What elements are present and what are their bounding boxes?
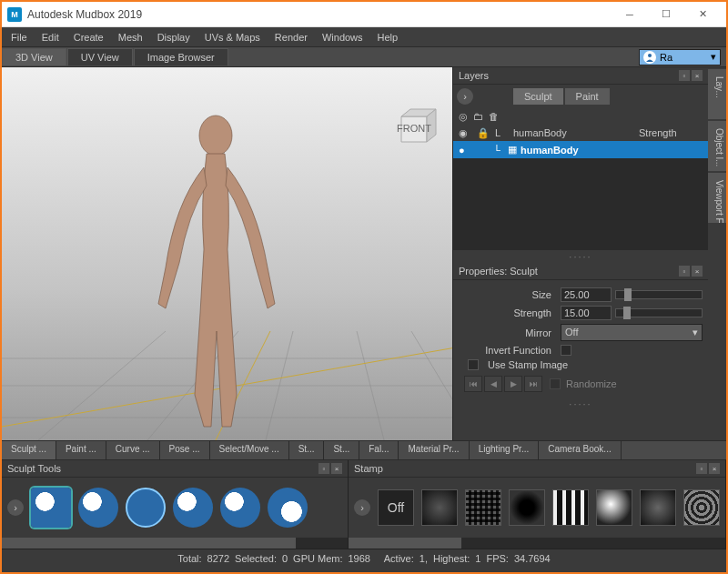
menu-display[interactable]: Display — [150, 30, 197, 45]
layers-expand-button[interactable]: › — [457, 88, 473, 105]
stamp-expand[interactable]: › — [354, 499, 370, 516]
tab-image-browser[interactable]: Image Browser — [134, 48, 228, 65]
prop-size-slider[interactable] — [615, 290, 703, 299]
human-body-mesh — [158, 116, 275, 427]
stamp-off[interactable]: Off — [378, 489, 414, 526]
maximize-button[interactable]: ☐ — [648, 2, 684, 27]
new-layer-icon[interactable]: ◎ — [459, 111, 468, 123]
stamp-texture-6[interactable] — [640, 489, 676, 526]
sculpt-tool-2[interactable] — [78, 488, 118, 528]
tooltab-curve[interactable]: Curve ... — [106, 441, 160, 459]
sculpt-tools-row: › — [2, 478, 348, 538]
app-logo: M — [7, 7, 22, 22]
stamp-texture-3[interactable] — [509, 489, 545, 526]
layer-name: humanBody — [521, 145, 579, 156]
panel-close-icon[interactable]: × — [331, 463, 342, 474]
stamp-texture-4[interactable] — [552, 489, 589, 526]
user-selector-label: Ra — [660, 52, 672, 63]
tooltab-sculpt[interactable]: Sculpt ... — [2, 441, 56, 459]
tab-3d-view[interactable]: 3D View — [2, 48, 66, 65]
layer-visibility-icon[interactable]: ● — [459, 145, 477, 156]
viewcube[interactable]: FRONT — [394, 104, 443, 153]
prop-mirror-dropdown[interactable]: Off ▾ — [561, 324, 703, 341]
side-dock-tabs: Lay... Object l... Viewport Fil... — [708, 69, 726, 225]
tooltab-stencil[interactable]: St... — [324, 441, 359, 459]
step-next-button[interactable]: ▶ — [504, 376, 522, 392]
prop-use-stamp-checkbox[interactable] — [468, 359, 479, 370]
menu-windows[interactable]: Windows — [315, 30, 370, 45]
stamp-texture-2[interactable] — [465, 489, 501, 526]
prop-size-label: Size — [459, 289, 557, 300]
status-selected-label: Selected: — [235, 553, 277, 564]
sculpt-tools-expand[interactable]: › — [7, 499, 24, 516]
menu-help[interactable]: Help — [370, 30, 406, 45]
panel-resize-handle[interactable]: ····· — [453, 398, 708, 410]
sculpt-tools-header: Sculpt Tools ▫× — [2, 460, 348, 478]
stamp-texture-7[interactable] — [683, 489, 720, 526]
sculpt-tool-4[interactable] — [173, 488, 213, 528]
status-highest-label: Highest: — [433, 553, 470, 564]
layers-panel-title: Layers — [459, 70, 489, 81]
panel-undock-icon[interactable]: ▫ — [679, 266, 690, 277]
tab-uv-view[interactable]: UV View — [67, 48, 133, 65]
tooltab-pose[interactable]: Pose ... — [160, 441, 210, 459]
prop-invert-checkbox[interactable] — [561, 345, 571, 356]
sculpt-tool-3[interactable] — [126, 488, 166, 528]
stamp-scrollbar[interactable] — [349, 538, 725, 549]
layer-row-humanbody[interactable]: ● └ ▦ humanBody — [453, 141, 708, 158]
panel-close-icon[interactable]: × — [709, 463, 720, 474]
side-tab-viewport-filters[interactable]: Viewport Fil... — [708, 173, 726, 223]
side-tab-object-list[interactable]: Object l... — [708, 121, 726, 171]
panel-close-icon[interactable]: × — [692, 266, 703, 277]
3d-viewport[interactable]: FRONT — [2, 67, 453, 440]
tooltab-falloff[interactable]: Fal... — [359, 441, 399, 459]
tooltab-paint[interactable]: Paint ... — [56, 441, 106, 459]
menu-mesh[interactable]: Mesh — [111, 30, 150, 45]
step-prev-button[interactable]: ◀ — [484, 376, 502, 392]
prop-size-input[interactable] — [561, 287, 612, 302]
delete-layer-icon[interactable]: 🗑 — [489, 111, 499, 123]
tooltab-select-move[interactable]: Select/Move ... — [210, 441, 289, 459]
user-selector[interactable]: Ra ▾ — [639, 49, 721, 65]
tooltab-material-presets[interactable]: Material Pr... — [399, 441, 469, 459]
layers-mode-paint[interactable]: Paint — [565, 88, 610, 105]
eye-icon: ◉ — [459, 127, 477, 139]
tooltab-lighting-presets[interactable]: Lighting Pr... — [470, 441, 540, 459]
sculpt-tools-scrollbar[interactable] — [2, 538, 348, 549]
close-button[interactable]: ✕ — [684, 2, 721, 27]
lock-icon: 🔒 — [477, 127, 495, 139]
menu-uvs-maps[interactable]: UVs & Maps — [197, 30, 268, 45]
panel-undock-icon[interactable]: ▫ — [318, 463, 329, 474]
side-tab-layers[interactable]: Lay... — [708, 69, 726, 119]
menu-create[interactable]: Create — [66, 30, 111, 45]
menu-edit[interactable]: Edit — [35, 30, 66, 45]
chevron-down-icon: ▾ — [693, 327, 698, 338]
panel-undock-icon[interactable]: ▫ — [679, 70, 690, 81]
stamp-texture-5[interactable] — [596, 489, 632, 526]
sculpt-tool-5[interactable] — [220, 488, 260, 528]
panel-resize-handle[interactable]: ····· — [453, 250, 708, 263]
step-first-button[interactable]: ⏮ — [464, 376, 482, 392]
menu-file[interactable]: File — [4, 30, 35, 45]
stamp-row: › Off — [349, 478, 725, 538]
minimize-button[interactable]: ─ — [612, 2, 648, 27]
tooltab-camera-bookmarks[interactable]: Camera Book... — [539, 441, 621, 459]
tool-category-tabs: Sculpt ... Paint ... Curve ... Pose ... … — [2, 440, 726, 460]
new-folder-icon[interactable]: 🗀 — [473, 111, 483, 123]
prop-randomize-checkbox[interactable] — [550, 378, 561, 389]
stamp-texture-1[interactable] — [421, 489, 458, 526]
sculpt-tool-6[interactable] — [268, 488, 308, 528]
chevron-right-icon: › — [14, 502, 17, 513]
stamp-panel-header: Stamp ▫× — [349, 460, 725, 478]
step-last-button[interactable]: ⏭ — [524, 376, 542, 392]
layers-col-name: humanBody — [513, 127, 639, 139]
prop-strength-input[interactable] — [561, 306, 612, 320]
layers-mode-sculpt[interactable]: Sculpt — [513, 88, 563, 105]
prop-strength-slider[interactable] — [615, 308, 703, 317]
tooltab-stamp[interactable]: St... — [289, 441, 325, 459]
status-active-label: Active: — [384, 553, 414, 564]
menu-render[interactable]: Render — [268, 30, 315, 45]
panel-undock-icon[interactable]: ▫ — [696, 463, 707, 474]
panel-close-icon[interactable]: × — [692, 70, 703, 81]
sculpt-tool-1[interactable] — [31, 488, 71, 528]
